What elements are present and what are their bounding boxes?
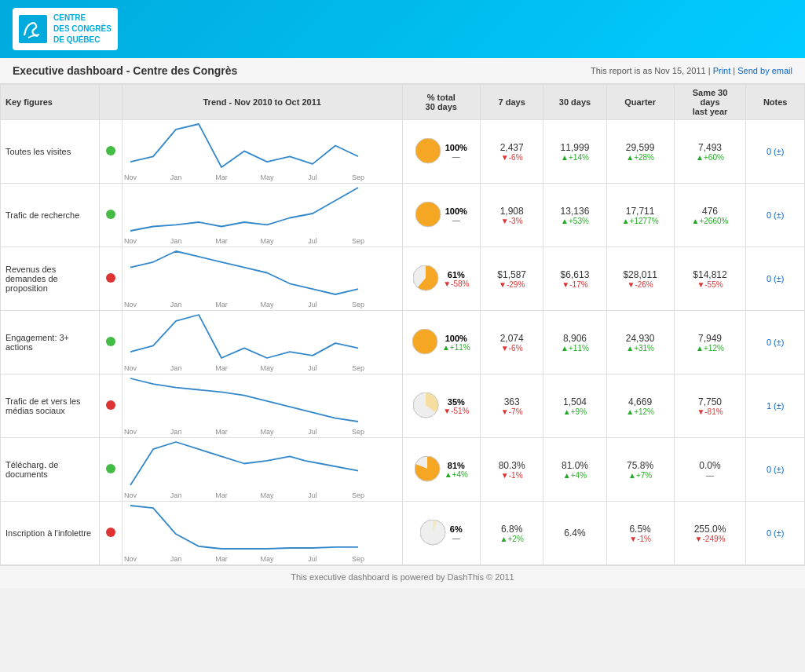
svg-text:Sep: Sep [352,555,364,563]
main-table: Key figures Trend - Nov 2010 to Oct 2011… [0,84,805,565]
col-header-keyfigures: Key figures [1,85,100,120]
svg-text:Jan: Jan [170,237,182,245]
svg-text:Mar: Mar [215,555,228,563]
quarter-cell: 75.8%▲+7% [606,438,674,502]
same30-cell: 7,750▼-81% [674,374,746,438]
svg-text:Sep: Sep [352,491,364,499]
quarter-cell: 24,930▲+31% [606,311,674,374]
notes-link[interactable]: 0 (±) [767,210,785,220]
svg-text:May: May [260,555,274,563]
svg-text:Jan: Jan [170,301,182,309]
notes-link[interactable]: 0 (±) [767,147,785,156]
svg-text:Jul: Jul [308,173,317,181]
svg-text:Jan: Jan [170,173,182,181]
7days-cell: 80.3%▼-1% [481,438,543,502]
table-row: Trafic de recherche NovJanMarMayJulSep 1… [1,184,805,247]
col-header-7days: 7 days [481,85,543,120]
notes-cell[interactable]: 0 (±) [746,120,805,184]
svg-text:Nov: Nov [124,364,137,372]
sparkline-cell: NovJanMarMayJulSep [122,184,402,247]
status-dot [106,464,115,473]
same30-cell: 476▲+2660% [674,184,746,247]
same30-cell: 7,949▲+12% [674,311,746,374]
logo-text: CENTRE DES CONGRÈS DE QUÉBEC [53,13,112,46]
status-dot [106,146,115,155]
col-header-notes: Notes [746,85,805,120]
svg-text:Nov: Nov [124,428,137,436]
status-dot [106,337,115,346]
pct-cell: 100% ▲+11% [402,311,481,374]
status-indicator [100,502,123,565]
7days-cell: 2,437▼-6% [481,120,543,184]
pct-cell: 61% ▼-58% [402,247,481,311]
svg-text:Jul: Jul [308,491,317,499]
notes-cell[interactable]: 0 (±) [746,311,805,374]
sparkline-cell: NovJanMarMayJulSep [122,374,402,438]
7days-cell: 2,074▼-6% [481,311,543,374]
svg-text:Sep: Sep [352,301,364,309]
svg-text:Sep: Sep [352,173,364,181]
subheader: Executive dashboard - Centre des Congrès… [0,58,805,84]
svg-text:Jan: Jan [170,428,182,436]
status-indicator [100,438,123,502]
table-row: Toutes les visites NovJanMarMayJulSep 10… [1,120,805,184]
sparkline-cell: NovJanMarMayJulSep [122,120,402,184]
svg-text:Mar: Mar [215,237,228,245]
30days-cell: $6,613▼-17% [543,247,606,311]
status-indicator [100,120,123,184]
svg-text:Mar: Mar [215,364,228,372]
row-label: Revenus des demandes de proposition [1,247,100,311]
7days-cell: 6.8%▲+2% [481,502,543,565]
sparkline-cell: NovJanMarMayJulSep [122,247,402,311]
row-label: Télécharg. de documents [1,438,100,502]
quarter-cell: 29,599▲+28% [606,120,674,184]
svg-text:May: May [260,173,274,181]
pct-cell: 100% — [402,120,481,184]
30days-cell: 6.4% [543,502,606,565]
col-header-trend: Trend - Nov 2010 to Oct 2011 [122,85,402,120]
status-dot [106,273,115,283]
pct-cell: 35% ▼-51% [402,374,481,438]
svg-text:May: May [260,428,274,436]
row-label: Inscription à l'infolettre [1,502,100,565]
svg-text:Sep: Sep [352,428,364,436]
same30-cell: $14,812▼-55% [674,247,746,311]
notes-link[interactable]: 0 (±) [767,528,785,538]
svg-text:Jul: Jul [308,364,317,372]
notes-cell[interactable]: 1 (±) [746,374,805,438]
7days-cell: 1,908▼-3% [481,184,543,247]
svg-text:Mar: Mar [215,173,228,181]
svg-text:Sep: Sep [352,237,364,245]
status-indicator [100,374,123,438]
table-row: Engagement: 3+ actions NovJanMarMayJulSe… [1,311,805,374]
svg-text:May: May [260,491,274,499]
svg-text:Mar: Mar [215,301,228,309]
same30-cell: 0.0%— [674,438,746,502]
email-link[interactable]: Send by email [737,66,792,75]
notes-cell[interactable]: 0 (±) [746,184,805,247]
status-dot [106,400,115,410]
notes-link[interactable]: 0 (±) [767,465,785,474]
pct-cell: 81% ▲+4% [402,438,481,502]
status-dot [106,210,115,219]
table-row: Revenus des demandes de proposition NovJ… [1,247,805,311]
row-label: Toutes les visites [1,120,100,184]
table-row: Inscription à l'infolettre NovJanMarMayJ… [1,502,805,565]
notes-link[interactable]: 0 (±) [767,274,785,283]
notes-link[interactable]: 1 (±) [767,401,785,411]
svg-text:Jan: Jan [170,364,182,372]
notes-cell[interactable]: 0 (±) [746,502,805,565]
svg-text:Sep: Sep [352,364,364,372]
notes-cell[interactable]: 0 (±) [746,438,805,502]
svg-text:Nov: Nov [124,301,137,309]
svg-text:Jan: Jan [170,555,182,563]
col-header-quarter: Quarter [606,85,674,120]
30days-cell: 81.0%▲+4% [543,438,606,502]
status-dot [106,528,115,537]
table-row: Trafic de et vers les médias sociaux Nov… [1,374,805,438]
notes-link[interactable]: 0 (±) [767,338,785,347]
same30-cell: 255.0%▼-249% [674,502,746,565]
notes-cell[interactable]: 0 (±) [746,247,805,311]
print-link[interactable]: Print [713,66,731,75]
row-label: Trafic de et vers les médias sociaux [1,374,100,438]
